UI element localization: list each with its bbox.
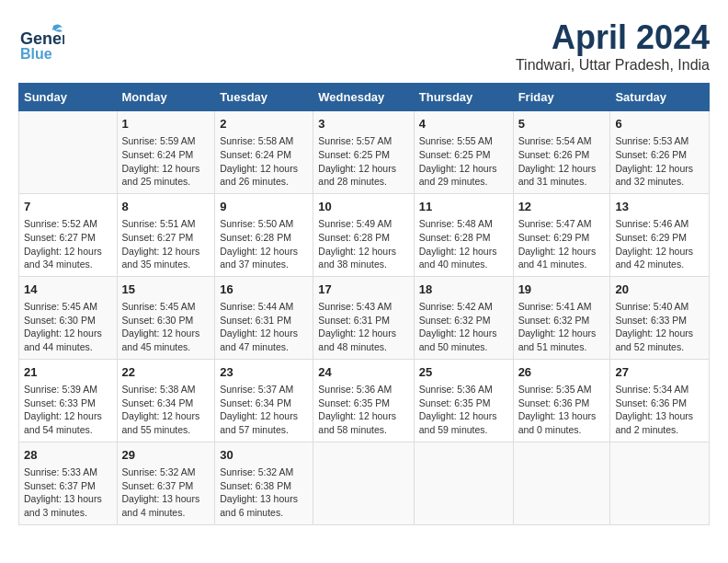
day-number: 28 bbox=[24, 447, 112, 464]
weekday-header-thursday: Thursday bbox=[414, 84, 513, 111]
calendar-cell: 25Sunrise: 5:36 AM Sunset: 6:35 PM Dayli… bbox=[414, 359, 513, 442]
day-number: 3 bbox=[318, 116, 408, 132]
calendar-cell: 29Sunrise: 5:32 AM Sunset: 6:37 PM Dayli… bbox=[117, 442, 215, 524]
day-number: 1 bbox=[122, 116, 210, 132]
day-info: Sunrise: 5:45 AM Sunset: 6:30 PM Dayligh… bbox=[24, 300, 112, 354]
calendar-cell: 26Sunrise: 5:35 AM Sunset: 6:36 PM Dayli… bbox=[513, 359, 610, 442]
svg-text:General: General bbox=[20, 29, 64, 48]
day-number: 26 bbox=[518, 364, 606, 381]
day-info: Sunrise: 5:52 AM Sunset: 6:27 PM Dayligh… bbox=[24, 217, 112, 271]
week-row-4: 21Sunrise: 5:39 AM Sunset: 6:33 PM Dayli… bbox=[19, 359, 710, 442]
day-number: 18 bbox=[419, 282, 508, 298]
calendar-cell: 10Sunrise: 5:49 AM Sunset: 6:28 PM Dayli… bbox=[313, 193, 414, 276]
day-info: Sunrise: 5:33 AM Sunset: 6:37 PM Dayligh… bbox=[24, 465, 112, 520]
day-info: Sunrise: 5:32 AM Sunset: 6:38 PM Dayligh… bbox=[220, 465, 308, 520]
day-info: Sunrise: 5:46 AM Sunset: 6:29 PM Dayligh… bbox=[615, 217, 704, 271]
day-info: Sunrise: 5:37 AM Sunset: 6:34 PM Dayligh… bbox=[220, 383, 308, 437]
calendar-cell: 15Sunrise: 5:45 AM Sunset: 6:30 PM Dayli… bbox=[117, 276, 215, 359]
calendar-cell: 4Sunrise: 5:55 AM Sunset: 6:25 PM Daylig… bbox=[414, 111, 513, 194]
day-number: 21 bbox=[24, 364, 112, 381]
day-info: Sunrise: 5:50 AM Sunset: 6:28 PM Dayligh… bbox=[220, 217, 308, 271]
day-info: Sunrise: 5:55 AM Sunset: 6:25 PM Dayligh… bbox=[419, 134, 508, 189]
calendar-cell: 16Sunrise: 5:44 AM Sunset: 6:31 PM Dayli… bbox=[215, 276, 313, 359]
day-number: 13 bbox=[615, 199, 704, 215]
day-number: 27 bbox=[615, 364, 704, 381]
calendar-cell: 18Sunrise: 5:42 AM Sunset: 6:32 PM Dayli… bbox=[414, 276, 513, 359]
calendar-cell bbox=[313, 442, 414, 524]
weekday-header-monday: Monday bbox=[117, 84, 215, 111]
day-number: 17 bbox=[318, 282, 408, 298]
day-info: Sunrise: 5:35 AM Sunset: 6:36 PM Dayligh… bbox=[518, 383, 606, 437]
calendar-cell: 24Sunrise: 5:36 AM Sunset: 6:35 PM Dayli… bbox=[313, 359, 414, 442]
day-info: Sunrise: 5:32 AM Sunset: 6:37 PM Dayligh… bbox=[122, 465, 210, 520]
day-number: 19 bbox=[518, 282, 606, 298]
day-info: Sunrise: 5:36 AM Sunset: 6:35 PM Dayligh… bbox=[318, 383, 408, 437]
logo-icon: General Blue bbox=[18, 18, 64, 68]
day-info: Sunrise: 5:49 AM Sunset: 6:28 PM Dayligh… bbox=[318, 217, 408, 271]
week-row-3: 14Sunrise: 5:45 AM Sunset: 6:30 PM Dayli… bbox=[19, 276, 710, 359]
calendar-cell: 8Sunrise: 5:51 AM Sunset: 6:27 PM Daylig… bbox=[117, 193, 215, 276]
calendar-cell: 9Sunrise: 5:50 AM Sunset: 6:28 PM Daylig… bbox=[215, 193, 313, 276]
weekday-header-sunday: Sunday bbox=[19, 84, 118, 111]
day-info: Sunrise: 5:34 AM Sunset: 6:36 PM Dayligh… bbox=[615, 383, 704, 437]
day-number: 4 bbox=[419, 116, 508, 132]
calendar-cell: 7Sunrise: 5:52 AM Sunset: 6:27 PM Daylig… bbox=[19, 193, 118, 276]
day-info: Sunrise: 5:40 AM Sunset: 6:33 PM Dayligh… bbox=[615, 300, 704, 354]
day-number: 22 bbox=[122, 364, 210, 381]
weekday-header-saturday: Saturday bbox=[610, 84, 710, 111]
calendar-cell bbox=[610, 442, 710, 524]
day-number: 6 bbox=[615, 116, 704, 132]
weekday-header-wednesday: Wednesday bbox=[313, 84, 414, 111]
day-info: Sunrise: 5:58 AM Sunset: 6:24 PM Dayligh… bbox=[220, 134, 308, 189]
calendar-cell: 20Sunrise: 5:40 AM Sunset: 6:33 PM Dayli… bbox=[610, 276, 710, 359]
calendar-cell: 30Sunrise: 5:32 AM Sunset: 6:38 PM Dayli… bbox=[215, 442, 313, 524]
calendar-cell: 6Sunrise: 5:53 AM Sunset: 6:26 PM Daylig… bbox=[610, 111, 710, 194]
calendar-cell: 11Sunrise: 5:48 AM Sunset: 6:28 PM Dayli… bbox=[414, 193, 513, 276]
calendar-cell: 12Sunrise: 5:47 AM Sunset: 6:29 PM Dayli… bbox=[513, 193, 610, 276]
day-number: 15 bbox=[122, 282, 210, 298]
calendar-cell: 3Sunrise: 5:57 AM Sunset: 6:25 PM Daylig… bbox=[313, 111, 414, 194]
day-info: Sunrise: 5:43 AM Sunset: 6:31 PM Dayligh… bbox=[318, 300, 408, 354]
svg-text:Blue: Blue bbox=[20, 46, 52, 62]
day-number: 25 bbox=[419, 364, 508, 381]
calendar-cell: 2Sunrise: 5:58 AM Sunset: 6:24 PM Daylig… bbox=[215, 111, 313, 194]
main-title: April 2024 bbox=[516, 18, 710, 57]
calendar-cell: 5Sunrise: 5:54 AM Sunset: 6:26 PM Daylig… bbox=[513, 111, 610, 194]
day-info: Sunrise: 5:42 AM Sunset: 6:32 PM Dayligh… bbox=[419, 300, 508, 354]
day-number: 14 bbox=[24, 282, 112, 298]
calendar-cell: 14Sunrise: 5:45 AM Sunset: 6:30 PM Dayli… bbox=[19, 276, 118, 359]
calendar-cell: 22Sunrise: 5:38 AM Sunset: 6:34 PM Dayli… bbox=[117, 359, 215, 442]
day-info: Sunrise: 5:53 AM Sunset: 6:26 PM Dayligh… bbox=[615, 134, 704, 189]
week-row-2: 7Sunrise: 5:52 AM Sunset: 6:27 PM Daylig… bbox=[19, 193, 710, 276]
week-row-5: 28Sunrise: 5:33 AM Sunset: 6:37 PM Dayli… bbox=[19, 442, 710, 524]
calendar-cell: 27Sunrise: 5:34 AM Sunset: 6:36 PM Dayli… bbox=[610, 359, 710, 442]
day-info: Sunrise: 5:48 AM Sunset: 6:28 PM Dayligh… bbox=[419, 217, 508, 271]
day-number: 5 bbox=[518, 116, 606, 132]
page-header: General Blue April 2024 Tindwari, Uttar … bbox=[18, 18, 710, 74]
calendar-cell bbox=[414, 442, 513, 524]
day-info: Sunrise: 5:51 AM Sunset: 6:27 PM Dayligh… bbox=[122, 217, 210, 271]
weekday-header-tuesday: Tuesday bbox=[215, 84, 313, 111]
day-info: Sunrise: 5:59 AM Sunset: 6:24 PM Dayligh… bbox=[122, 134, 210, 189]
day-number: 30 bbox=[220, 447, 308, 464]
calendar-cell bbox=[19, 111, 118, 194]
day-number: 23 bbox=[220, 364, 308, 381]
day-info: Sunrise: 5:54 AM Sunset: 6:26 PM Dayligh… bbox=[518, 134, 606, 189]
calendar-cell: 23Sunrise: 5:37 AM Sunset: 6:34 PM Dayli… bbox=[215, 359, 313, 442]
day-number: 12 bbox=[518, 199, 606, 215]
calendar-cell: 21Sunrise: 5:39 AM Sunset: 6:33 PM Dayli… bbox=[19, 359, 118, 442]
day-info: Sunrise: 5:36 AM Sunset: 6:35 PM Dayligh… bbox=[419, 383, 508, 437]
week-row-1: 1Sunrise: 5:59 AM Sunset: 6:24 PM Daylig… bbox=[19, 111, 710, 194]
day-info: Sunrise: 5:39 AM Sunset: 6:33 PM Dayligh… bbox=[24, 383, 112, 437]
calendar-cell: 13Sunrise: 5:46 AM Sunset: 6:29 PM Dayli… bbox=[610, 193, 710, 276]
calendar-cell bbox=[513, 442, 610, 524]
subtitle: Tindwari, Uttar Pradesh, India bbox=[516, 57, 710, 74]
calendar-cell: 1Sunrise: 5:59 AM Sunset: 6:24 PM Daylig… bbox=[117, 111, 215, 194]
day-number: 7 bbox=[24, 199, 112, 215]
calendar-table: SundayMondayTuesdayWednesdayThursdayFrid… bbox=[18, 83, 710, 525]
day-number: 29 bbox=[122, 447, 210, 464]
day-number: 10 bbox=[318, 199, 408, 215]
day-info: Sunrise: 5:45 AM Sunset: 6:30 PM Dayligh… bbox=[122, 300, 210, 354]
day-number: 20 bbox=[615, 282, 704, 298]
day-info: Sunrise: 5:38 AM Sunset: 6:34 PM Dayligh… bbox=[122, 383, 210, 437]
